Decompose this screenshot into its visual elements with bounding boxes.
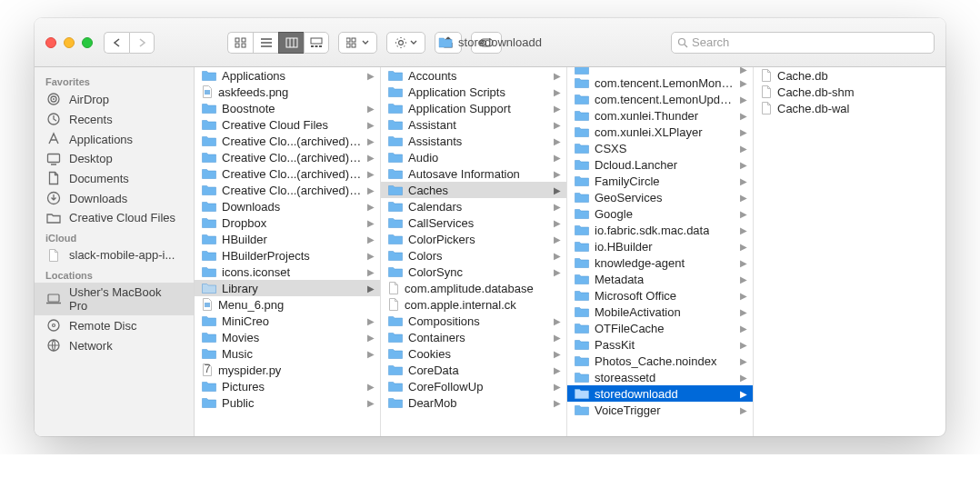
list-item[interactable]: FamilyCircle▶ [567,173,753,189]
folder-icon [388,397,403,408]
list-item[interactable]: OTFileCache▶ [567,320,753,336]
forward-button[interactable] [129,32,155,54]
list-item[interactable]: com.xunlei.Thunder▶ [567,107,753,124]
list-item[interactable]: Creative Clo...(archived) (3)▶ [195,165,380,182]
chevron-right-icon: ▶ [740,67,747,75]
sidebar-item[interactable]: Downloads [35,188,194,208]
list-item[interactable]: askfeeds.png [195,84,380,100]
list-item[interactable]: Photos_Cache.noindex▶ [567,353,753,369]
list-item[interactable]: Cache.db [754,67,945,84]
list-item[interactable]: Google▶ [567,205,753,222]
list-item[interactable]: Application Support▶ [381,100,566,116]
list-item[interactable]: DearMob▶ [381,394,566,411]
sidebar-item[interactable]: Desktop [35,149,194,168]
sidebar-item[interactable]: slack-mobile-app-i... [35,245,194,264]
list-item[interactable]: Accounts▶ [381,67,566,84]
list-item[interactable]: storedownloadd▶ [567,385,753,402]
list-item[interactable]: ColorSync▶ [381,264,566,280]
sidebar-item[interactable]: Creative Cloud Files [35,208,194,227]
list-item[interactable]: PassKit▶ [567,336,753,353]
list-item[interactable]: Colors▶ [381,247,566,264]
sidebar-item[interactable]: Network [35,335,194,355]
zoom-button[interactable] [82,37,93,48]
list-item[interactable]: Music▶ [195,345,380,362]
list-item[interactable]: Caches▶ [381,182,566,198]
sidebar-item[interactable]: Usher's MacBook Pro [35,283,194,315]
list-item[interactable]: com.tencent.LemonMonitor▶ [567,75,753,91]
list-item[interactable]: Compositions▶ [381,313,566,329]
list-item[interactable]: Menu_6.png [195,296,380,313]
list-item[interactable]: io.HBuilder▶ [567,238,753,254]
list-item[interactable]: Library▶ [195,280,380,296]
list-item[interactable]: Public▶ [195,394,380,411]
list-item[interactable]: Autosave Information▶ [381,165,566,182]
list-item[interactable]: 7myspider.py [195,362,380,378]
list-item[interactable]: CoreData▶ [381,362,566,378]
list-item[interactable]: Microsoft Office▶ [567,287,753,304]
list-item-label: Cache.db [777,69,828,83]
list-item[interactable]: com.tencent.LemonUpdate▶ [567,91,753,107]
list-item[interactable]: Cache.db-wal [754,100,945,116]
sidebar-item[interactable]: AirDrop [35,89,194,109]
list-item[interactable]: Creative Cloud Files▶ [195,116,380,133]
list-item[interactable]: CallServices▶ [381,214,566,231]
view-gallery-button[interactable] [304,32,329,54]
list-item[interactable]: Downloads▶ [195,198,380,214]
list-item[interactable]: Assistant▶ [381,116,566,133]
chevron-right-icon: ▶ [554,153,561,163]
file-icon [761,85,772,98]
sidebar-item[interactable]: Remote Disc [35,315,194,335]
list-item[interactable]: CoreFollowUp▶ [381,378,566,394]
list-item-label: Colors [408,249,443,263]
list-item[interactable]: CSXS▶ [567,140,753,156]
list-item[interactable]: ColorPickers▶ [381,231,566,247]
list-item[interactable]: Application Scripts▶ [381,84,566,100]
list-item[interactable]: Assistants▶ [381,133,566,149]
list-item[interactable]: Dropbox▶ [195,214,380,231]
list-item[interactable]: Movies▶ [195,329,380,345]
list-item[interactable]: Creative Clo...(archived) (1)▶ [195,133,380,149]
action-button[interactable] [386,32,425,54]
list-item[interactable]: MiniCreo▶ [195,313,380,329]
search-field[interactable]: Search [671,32,935,54]
sidebar-item-label: Applications [69,133,133,146]
list-item-label: GeoServices [595,191,662,204]
list-item[interactable]: GeoServices▶ [567,189,753,205]
list-item[interactable]: HBuilderProjects▶ [195,247,380,264]
list-item[interactable]: Cache.db-shm [754,84,945,100]
view-list-button[interactable] [253,32,278,54]
list-item[interactable]: Pictures▶ [195,378,380,394]
close-button[interactable] [45,37,56,48]
list-item[interactable]: ▶ [567,67,753,75]
list-item[interactable]: Audio▶ [381,149,566,165]
list-item[interactable]: storeassetd▶ [567,369,753,385]
sidebar-item[interactable]: Documents [35,168,194,188]
list-item[interactable]: Creative Clo...(archived) (2)▶ [195,149,380,165]
list-item[interactable]: Calendars▶ [381,198,566,214]
view-icons-button[interactable] [227,32,253,54]
list-item[interactable]: Boostnote▶ [195,100,380,116]
list-item[interactable]: Dcloud.Lancher▶ [567,156,753,173]
list-item[interactable]: VoiceTrigger▶ [567,402,753,418]
list-item[interactable]: HBuilder▶ [195,231,380,247]
list-item-label: myspider.py [218,364,281,377]
list-item[interactable]: Cookies▶ [381,345,566,362]
list-item[interactable]: com.apple.internal.ck [381,296,566,313]
list-item[interactable]: com.amplitude.database [381,280,566,296]
list-item[interactable]: knowledge-agent▶ [567,254,753,271]
list-item-label: Cache.db-wal [777,102,850,115]
sidebar-item[interactable]: Recents [35,109,194,129]
back-button[interactable] [104,32,129,54]
list-item[interactable]: Creative Clo...(archived) (4)▶ [195,182,380,198]
minimize-button[interactable] [64,37,75,48]
arrange-button[interactable] [338,32,377,54]
list-item[interactable]: MobileActivation▶ [567,304,753,320]
list-item[interactable]: Metadata▶ [567,271,753,287]
list-item[interactable]: Applications▶ [195,67,380,84]
sidebar-item[interactable]: Applications [35,129,194,149]
list-item[interactable]: Containers▶ [381,329,566,345]
list-item[interactable]: com.xunlei.XLPlayer▶ [567,124,753,140]
list-item[interactable]: icons.iconset▶ [195,264,380,280]
list-item[interactable]: io.fabric.sdk.mac.data▶ [567,222,753,238]
view-columns-button[interactable] [278,32,304,54]
